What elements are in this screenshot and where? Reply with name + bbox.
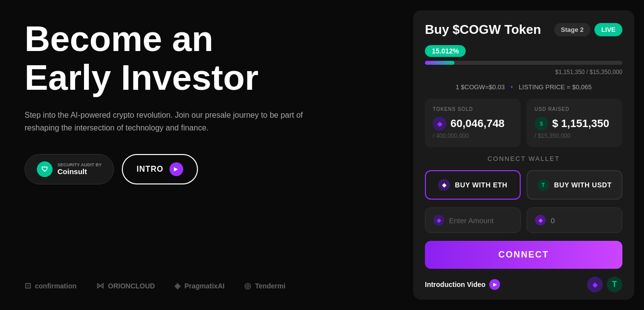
usd-raised-number: $ 1,151,350 — [552, 117, 609, 130]
partner-icon-confirmation: ⊡ — [25, 281, 31, 290]
partner-orioncloud: ⋈ ORIONCLOUD — [96, 281, 155, 290]
intro-video-link[interactable]: Introduction Video ▶ — [425, 279, 500, 290]
live-badge: LIVE — [594, 23, 622, 36]
widget-footer: Introduction Video ▶ ◆ T — [425, 277, 622, 292]
widget-title: Buy $COGW Token — [425, 22, 541, 37]
eth-circle-icon: ◆ — [438, 179, 450, 191]
tokens-sold-sub: / 400,000,000 — [433, 132, 513, 139]
progress-amount: $1,151,350 / $15,350,000 — [425, 69, 622, 76]
tokens-sold-value-row: ◆ 60,046,748 — [433, 117, 513, 130]
amount-input-wrapper: ◆ — [425, 207, 521, 233]
partner-icon-tendermi: ◎ — [244, 281, 251, 290]
buttons-row: 🛡 Security Audit by Coinsult INTRO ▶ — [25, 154, 389, 184]
partner-confirmation: ⊡ confirmation — [25, 281, 77, 290]
hero-subtitle: Step into the AI-powered crypto revoluti… — [25, 109, 309, 134]
usd-raised-sub: / $15,350,000 — [534, 132, 615, 139]
connect-button[interactable]: CONNECT — [425, 241, 622, 269]
coinsult-text: Security Audit by Coinsult — [57, 162, 102, 176]
partner-icon-pragmatixai: ◈ — [174, 281, 180, 290]
coinsult-icon: 🛡 — [37, 161, 53, 177]
buy-buttons-row: ◆ BUY WITH ETH T BUY WITH USDT — [425, 170, 622, 200]
usd-icon: $ — [534, 117, 548, 130]
buy-eth-button[interactable]: ◆ BUY WITH ETH — [425, 170, 521, 200]
progress-bar — [425, 61, 622, 65]
tokens-icon: ◆ — [433, 117, 447, 130]
progress-fill — [425, 61, 454, 65]
inputs-row: ◆ ◆ — [425, 207, 622, 233]
progress-section: 15.012% $1,151,350 / $15,350,000 — [425, 45, 622, 76]
tokens-sold-number: 60,046,748 — [450, 117, 504, 130]
partner-pragmatixai: ◈ PragmatixAI — [174, 281, 224, 290]
stats-row: TOKENS SOLD ◆ 60,046,748 / 400,000,000 U… — [425, 99, 622, 147]
chain-icons: ◆ T — [587, 277, 622, 292]
stage-badge: Stage 2 — [554, 23, 590, 36]
cogw-output-wrapper: ◆ — [527, 207, 622, 233]
intro-play-icon: ▶ — [489, 279, 500, 290]
tokens-sold-card: TOKENS SOLD ◆ 60,046,748 / 400,000,000 — [425, 99, 521, 147]
usd-raised-card: USD RAISED $ $ 1,151,350 / $15,350,000 — [527, 99, 622, 147]
coinsult-button[interactable]: 🛡 Security Audit by Coinsult — [25, 154, 114, 184]
amount-input[interactable] — [449, 216, 512, 225]
partners-row: ⊡ confirmation ⋈ ORIONCLOUD ◈ PragmatixA… — [25, 281, 389, 290]
connect-wallet-label: CONNECT WALLET — [425, 155, 622, 162]
intro-button[interactable]: INTRO ▶ — [122, 154, 198, 184]
buy-usdt-button[interactable]: T BUY WITH USDT — [527, 170, 622, 200]
usdt-chain-icon: T — [607, 277, 622, 292]
hero-title: Become an Early Investor — [25, 20, 389, 97]
eth-chain-icon: ◆ — [587, 277, 603, 292]
cogw-output[interactable] — [551, 216, 614, 225]
partner-tendermi: ◎ Tendermi — [244, 281, 285, 290]
buy-widget: Buy $COGW Token Stage 2 LIVE 15.012% $1,… — [413, 10, 634, 300]
badge-row: Stage 2 LIVE — [554, 23, 622, 36]
cogw-input-icon: ◆ — [535, 215, 546, 226]
price-info: 1 $COGW=$0.03 • LISTING PRICE = $0,065 — [425, 83, 622, 91]
usd-raised-value-row: $ $ 1,151,350 — [534, 117, 615, 130]
widget-header: Buy $COGW Token Stage 2 LIVE — [425, 22, 622, 37]
eth-input-icon: ◆ — [433, 215, 444, 226]
usdt-circle-icon: T — [537, 179, 549, 191]
partner-icon-orioncloud: ⋈ — [96, 281, 104, 290]
play-icon: ▶ — [169, 162, 183, 176]
progress-percent: 15.012% — [425, 45, 466, 57]
left-section: Become an Early Investor Step into the A… — [0, 0, 413, 310]
